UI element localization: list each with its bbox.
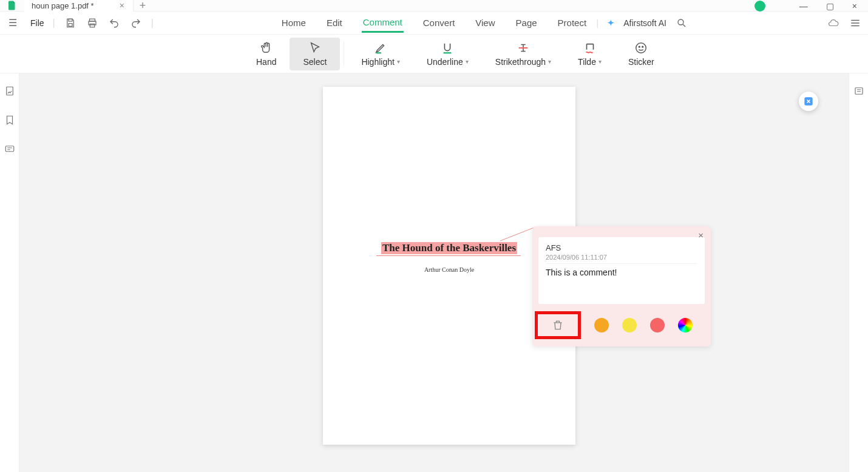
popup-close-icon[interactable]: × bbox=[698, 230, 704, 240]
tool-select[interactable]: Select bbox=[290, 38, 340, 70]
tab-title: houn page 1.pdf * bbox=[32, 1, 94, 10]
tool-hand-label: Hand bbox=[256, 57, 276, 67]
tool-sticker-label: Sticker bbox=[628, 57, 654, 67]
comment-text: This is a comment! bbox=[546, 268, 697, 277]
svg-rect-4 bbox=[90, 24, 95, 27]
menu-edit[interactable]: Edit bbox=[325, 14, 344, 32]
ai-sparkle-icon: ✦ bbox=[607, 18, 615, 29]
highlight-underline bbox=[376, 255, 521, 256]
comments-panel-icon[interactable] bbox=[4, 144, 15, 157]
file-menu[interactable]: File bbox=[30, 18, 44, 28]
minimize-icon[interactable]: — bbox=[799, 1, 808, 11]
color-swatch-red[interactable] bbox=[650, 318, 665, 332]
trash-icon bbox=[552, 319, 564, 331]
menu-home[interactable]: Home bbox=[280, 14, 307, 32]
ai-label[interactable]: Afirstsoft AI bbox=[623, 18, 666, 28]
right-sidebar bbox=[849, 73, 868, 472]
cloud-icon[interactable] bbox=[827, 16, 840, 30]
svg-rect-0 bbox=[69, 19, 72, 21]
floating-ai-button[interactable] bbox=[799, 92, 818, 111]
menu-comment[interactable]: Comment bbox=[362, 13, 404, 33]
document-title-highlighted[interactable]: The Hound of the Baskervilles bbox=[381, 242, 517, 254]
svg-point-8 bbox=[642, 46, 643, 47]
work-area: The Hound of the Baskervilles Arthur Con… bbox=[0, 73, 868, 472]
thumbnails-icon[interactable] bbox=[4, 86, 15, 99]
svg-rect-13 bbox=[855, 88, 863, 95]
app-logo bbox=[0, 0, 24, 12]
right-panel-icon[interactable] bbox=[853, 86, 864, 99]
tool-underline[interactable]: Underline bbox=[413, 38, 482, 70]
tool-hand[interactable]: Hand bbox=[243, 38, 290, 70]
tool-select-label: Select bbox=[303, 57, 327, 67]
svg-rect-9 bbox=[6, 87, 13, 95]
svg-point-6 bbox=[636, 42, 646, 53]
comment-user: AFS bbox=[546, 243, 697, 252]
print-icon[interactable] bbox=[86, 16, 99, 30]
tool-highlight[interactable]: Highlight bbox=[348, 38, 413, 70]
title-bar: houn page 1.pdf * × + — ▢ × bbox=[0, 0, 868, 12]
menu-bar: ☰ File | | Home Edit Comment Convert Vie… bbox=[0, 12, 868, 35]
tool-sticker[interactable]: Sticker bbox=[615, 38, 668, 70]
user-avatar[interactable] bbox=[754, 1, 765, 12]
redo-icon[interactable] bbox=[129, 16, 143, 30]
undo-icon[interactable] bbox=[107, 16, 121, 30]
window-controls: — ▢ × bbox=[754, 0, 868, 12]
color-swatch-orange[interactable] bbox=[594, 318, 609, 332]
left-sidebar bbox=[0, 73, 19, 472]
hamburger-icon[interactable]: ☰ bbox=[6, 16, 19, 30]
menu-view[interactable]: View bbox=[474, 14, 496, 32]
maximize-icon[interactable]: ▢ bbox=[826, 1, 834, 11]
comment-timestamp: 2024/09/06 11:11:07 bbox=[546, 254, 697, 264]
svg-rect-1 bbox=[69, 23, 72, 26]
comment-toolbar: Hand Select Highlight Underline Striketh… bbox=[0, 35, 868, 73]
comment-actions bbox=[538, 311, 705, 339]
delete-comment-button[interactable] bbox=[535, 311, 581, 339]
save-icon[interactable] bbox=[64, 16, 77, 30]
tab-close-icon[interactable]: × bbox=[120, 1, 124, 10]
tool-highlight-label: Highlight bbox=[361, 57, 399, 67]
svg-point-5 bbox=[678, 19, 683, 25]
document-tab[interactable]: houn page 1.pdf * × bbox=[24, 0, 134, 12]
document-canvas[interactable]: The Hound of the Baskervilles Arthur Con… bbox=[19, 73, 849, 472]
svg-point-7 bbox=[639, 46, 640, 47]
bookmark-icon[interactable] bbox=[4, 115, 15, 128]
tool-tilde[interactable]: Tilde bbox=[565, 38, 615, 70]
tool-underline-label: Underline bbox=[427, 57, 469, 67]
tool-strikethrough-label: Strikethrough bbox=[495, 57, 551, 67]
menu-convert[interactable]: Convert bbox=[422, 14, 456, 32]
more-icon[interactable] bbox=[849, 16, 862, 30]
tool-tilde-label: Tilde bbox=[578, 57, 602, 67]
svg-rect-10 bbox=[5, 146, 14, 152]
comment-popup: × AFS 2024/09/06 11:11:07 This is a comm… bbox=[532, 226, 711, 346]
search-icon[interactable] bbox=[675, 16, 688, 30]
document-author: Arthur Conan Doyle bbox=[424, 266, 474, 273]
tool-strikethrough[interactable]: Strikethrough bbox=[482, 38, 565, 70]
menu-page[interactable]: Page bbox=[515, 14, 538, 32]
close-window-icon[interactable]: × bbox=[852, 1, 857, 11]
toolbar-separator bbox=[344, 42, 344, 66]
color-swatch-yellow[interactable] bbox=[622, 318, 637, 332]
menu-protect[interactable]: Protect bbox=[557, 14, 588, 32]
comment-content-box[interactable]: AFS 2024/09/06 11:11:07 This is a commen… bbox=[538, 237, 705, 304]
color-picker-icon[interactable] bbox=[678, 318, 693, 332]
new-tab-button[interactable]: + bbox=[134, 0, 152, 12]
top-menu: Home Edit Comment Convert View Page Prot… bbox=[280, 12, 588, 34]
